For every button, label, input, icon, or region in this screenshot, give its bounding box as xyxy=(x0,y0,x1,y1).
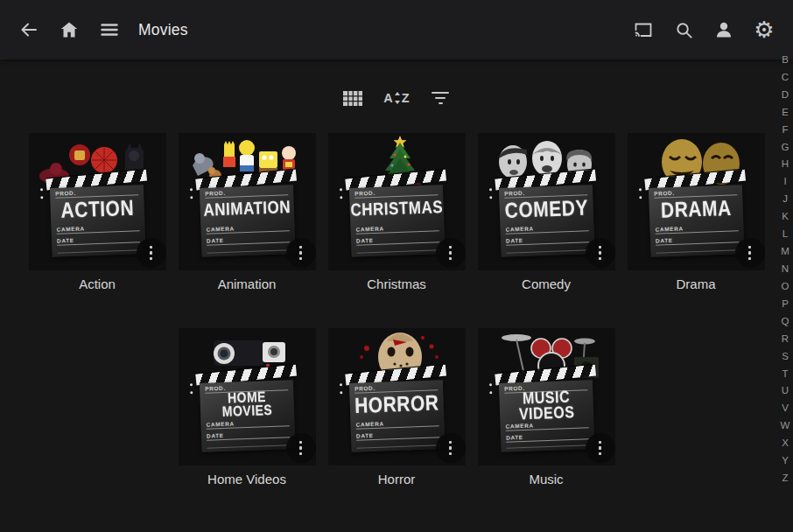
card-reflection: PROD. HORROR CAMERA DATE xyxy=(350,450,444,467)
clapper-board-body: PROD. DRAMA CAMERA DATE xyxy=(648,185,744,257)
card-overflow-menu-button[interactable] xyxy=(286,238,316,268)
clapper-hinge-dots xyxy=(638,188,641,191)
card-overflow-menu-button[interactable] xyxy=(436,238,466,268)
genre-card-label[interactable]: Music xyxy=(478,471,615,488)
card-overflow-menu-button[interactable] xyxy=(735,238,765,268)
alpha-letter-n[interactable]: N xyxy=(782,260,789,277)
genre-card-label[interactable]: Christmas xyxy=(328,276,466,293)
genre-card-label[interactable]: Animation xyxy=(179,276,316,293)
card-overflow-menu-button[interactable] xyxy=(436,433,466,463)
alpha-letter-m[interactable]: M xyxy=(781,242,789,260)
genre-card-image[interactable]: PROD. CHRISTMAS CAMERA DATE PROD. CHRIST… xyxy=(328,133,466,270)
overflow-dot xyxy=(150,251,152,254)
clapper-hinge-dots xyxy=(189,383,192,386)
cast-button[interactable] xyxy=(623,10,663,50)
alpha-letter-y[interactable]: Y xyxy=(782,452,789,469)
grid-view-button[interactable] xyxy=(333,82,373,114)
genre-card-music[interactable]: PROD. MUSIC VIDEOS CAMERA DATE PROD. MUS… xyxy=(478,328,615,488)
clapper-hinge-dots xyxy=(488,383,491,386)
alpha-letter-f[interactable]: F xyxy=(782,121,788,138)
card-reflection: PROD. HOME MOVIES CAMERA DATE xyxy=(200,450,294,467)
genre-card-image[interactable]: PROD. HORROR CAMERA DATE PROD. HORROR CA… xyxy=(328,328,466,466)
board-date-line: DATE xyxy=(355,430,439,440)
alpha-letter-v[interactable]: V xyxy=(782,399,789,416)
user-icon xyxy=(713,19,734,40)
board-date-label: DATE xyxy=(355,237,373,244)
board-date-label: DATE xyxy=(56,237,74,244)
alpha-letter-p[interactable]: P xyxy=(782,295,789,312)
settings-button[interactable]: ⚙ xyxy=(744,10,784,50)
clapper-board-body: PROD. MUSIC VIDEOS CAMERA DATE xyxy=(498,380,594,452)
card-overflow-menu-button[interactable] xyxy=(586,433,615,463)
genre-card-animation[interactable]: PROD. ANIMATION CAMERA DATE PROD. ANIMAT… xyxy=(179,133,316,293)
clapper-hinge-dots xyxy=(39,188,42,191)
overflow-dot xyxy=(449,246,452,248)
board-camera-line: CAMERA xyxy=(655,223,738,234)
board-camera-label: CAMERA xyxy=(505,423,533,430)
alpha-letter-d[interactable]: D xyxy=(782,86,789,103)
alpha-letter-i[interactable]: I xyxy=(783,172,786,190)
alpha-letter-q[interactable]: Q xyxy=(782,312,789,330)
genre-card-horror[interactable]: PROD. HORROR CAMERA DATE PROD. HORROR CA… xyxy=(328,328,466,488)
alpha-letter-e[interactable]: E xyxy=(782,103,789,121)
card-reflection: PROD. ACTION CAMERA DATE xyxy=(51,255,144,272)
alpha-letter-j[interactable]: J xyxy=(782,190,788,207)
genre-card-image[interactable]: PROD. HOME MOVIES CAMERA DATE PROD. HOME… xyxy=(179,328,316,466)
settings-gear-icon: ⚙ xyxy=(754,18,774,41)
alpha-letter-h[interactable]: H xyxy=(782,156,789,173)
genre-card-action[interactable]: PROD. ACTION CAMERA DATE PROD. ACTION CA… xyxy=(29,133,166,293)
overflow-dot xyxy=(449,441,452,444)
genre-card-image[interactable]: PROD. MUSIC VIDEOS CAMERA DATE PROD. MUS… xyxy=(478,328,615,466)
genre-card-label[interactable]: Action xyxy=(29,276,166,293)
alpha-letter-u[interactable]: U xyxy=(782,382,789,400)
card-overflow-menu-button[interactable] xyxy=(586,238,615,268)
board-camera-label: CAMERA xyxy=(206,421,234,428)
genre-card-image[interactable]: PROD. ACTION CAMERA DATE PROD. ACTION CA… xyxy=(29,133,166,270)
alpha-letter-t[interactable]: T xyxy=(782,365,788,382)
board-blank-line xyxy=(57,245,140,253)
filter-button[interactable] xyxy=(420,82,460,114)
alpha-letter-s[interactable]: S xyxy=(782,347,789,365)
alpha-letter-k[interactable]: K xyxy=(782,207,789,225)
genre-card-image[interactable]: PROD. COMEDY CAMERA DATE PROD. COMEDY CA… xyxy=(478,133,615,270)
genre-card-home-videos[interactable]: PROD. HOME MOVIES CAMERA DATE PROD. HOME… xyxy=(179,328,316,488)
clapper-board-body: PROD. COMEDY CAMERA DATE xyxy=(498,185,594,257)
genre-card-label[interactable]: Home Videos xyxy=(179,471,316,488)
alpha-letter-l[interactable]: L xyxy=(782,225,788,242)
alpha-letter-x[interactable]: X xyxy=(782,434,789,452)
alpha-letter-g[interactable]: G xyxy=(782,138,789,156)
board-genre-title: ANIMATION xyxy=(205,193,289,225)
board-camera-label: CAMERA xyxy=(355,421,383,428)
genre-card-image[interactable]: PROD. DRAMA CAMERA DATE PROD. DRAMA CAME… xyxy=(628,133,765,270)
clapperboard-graphic: PROD. HOME MOVIES CAMERA DATE xyxy=(199,367,295,452)
user-button[interactable] xyxy=(704,10,744,50)
clapper-board-body: PROD. HORROR CAMERA DATE xyxy=(348,380,445,452)
alpha-letter-b[interactable]: B xyxy=(782,51,789,68)
overflow-dot xyxy=(299,441,302,444)
alpha-letter-c[interactable]: C xyxy=(782,68,789,86)
card-overflow-menu-button[interactable] xyxy=(137,238,166,268)
alpha-letter-r[interactable]: R xyxy=(782,330,789,347)
alpha-letter-w[interactable]: W xyxy=(781,416,790,434)
alpha-letter-z[interactable]: Z xyxy=(782,469,788,486)
alpha-letter-o[interactable]: O xyxy=(782,277,789,295)
sort-letter-a: A xyxy=(383,91,392,105)
genre-card-image[interactable]: PROD. ANIMATION CAMERA DATE PROD. ANIMAT… xyxy=(179,133,316,270)
genre-card-label[interactable]: Drama xyxy=(628,276,765,293)
genre-card-christmas[interactable]: PROD. CHRISTMAS CAMERA DATE PROD. CHRIST… xyxy=(328,133,466,293)
menu-button[interactable] xyxy=(89,10,130,50)
genre-card-label[interactable]: Horror xyxy=(328,471,466,488)
back-button[interactable] xyxy=(9,10,49,50)
board-camera-line: CAMERA xyxy=(355,223,439,234)
genre-card-drama[interactable]: PROD. DRAMA CAMERA DATE PROD. DRAMA CAME… xyxy=(628,133,765,293)
top-app-bar: Movies ⚙ xyxy=(0,0,793,60)
card-overflow-menu-button[interactable] xyxy=(286,433,316,463)
sort-button[interactable]: A Z xyxy=(376,82,417,114)
home-button[interactable] xyxy=(49,10,89,50)
genre-card-label[interactable]: Comedy xyxy=(478,276,615,293)
board-date-label: DATE xyxy=(505,237,523,244)
genre-card-comedy[interactable]: PROD. COMEDY CAMERA DATE PROD. COMEDY CA… xyxy=(478,133,615,293)
clapper-board-body: PROD. CHRISTMAS CAMERA DATE xyxy=(348,185,445,257)
board-date-label: DATE xyxy=(206,237,223,244)
search-button[interactable] xyxy=(663,10,704,50)
